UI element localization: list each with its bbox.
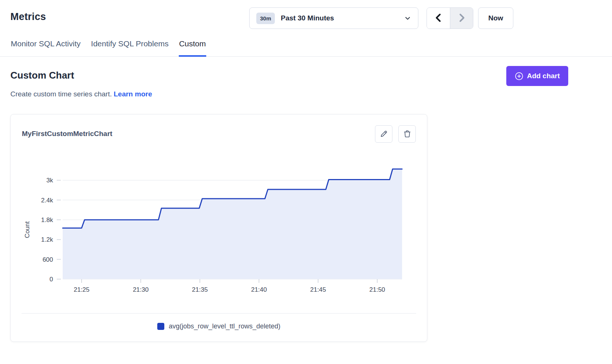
edit-chart-button[interactable] [375,125,392,143]
section-title: Custom Chart [10,70,74,81]
custom-chart-card: MyFirstCustomMetricChart 06001.2k1.8k2.4… [10,114,427,342]
x-tick-label: 21:40 [251,286,267,293]
now-button[interactable]: Now [478,7,513,29]
tab-identify-sql-problems[interactable]: Identify SQL Problems [91,37,169,57]
chevron-down-icon [404,14,411,22]
y-tick-label: 3k [46,177,53,184]
chart-title: MyFirstCustomMetricChart [22,130,112,138]
x-tick-label: 21:45 [310,286,326,293]
tab-bar: Monitor SQL Activity Identify SQL Proble… [0,37,612,57]
time-back-button[interactable] [427,8,450,29]
time-range-label: Past 30 Minutes [281,14,404,22]
tab-custom[interactable]: Custom [179,37,206,57]
learn-more-link[interactable]: Learn more [113,90,152,98]
y-tick-label: 1.8k [41,216,53,224]
y-tick-label: 2.4k [41,197,53,204]
legend-item[interactable]: avg(jobs_row_level_ttl_rows_deleted) [11,314,427,341]
chevron-right-icon [457,12,467,24]
x-tick-label: 21:30 [133,286,149,293]
chevron-left-icon [434,12,443,24]
time-range-badge: 30m [256,13,275,24]
y-axis-label: Count [24,221,31,238]
x-tick-label: 21:50 [369,286,385,293]
x-tick-label: 21:25 [74,286,90,293]
trash-icon [403,130,411,138]
time-controls: 30m Past 30 Minutes Now [249,7,513,29]
metrics-page: Metrics 30m Past 30 Minutes Now [0,0,612,364]
y-tick-label: 600 [43,256,53,263]
delete-chart-button[interactable] [398,125,416,143]
add-chart-button[interactable]: Add chart [506,66,568,86]
section-subtitle: Create custom time series chart.Learn mo… [10,90,152,98]
time-forward-button[interactable] [450,8,473,29]
y-tick-label: 1.2k [41,236,53,243]
x-tick-label: 21:35 [192,286,208,293]
plus-circle-icon [515,72,523,80]
time-arrow-group [427,7,473,29]
series-area-fill [63,169,402,279]
legend-swatch [157,323,164,330]
legend-label: avg(jobs_row_level_ttl_rows_deleted) [169,322,280,330]
chart-plot-area[interactable]: 06001.2k1.8k2.4k3k21:2521:3021:3521:4021… [11,146,427,294]
tab-monitor-sql-activity[interactable]: Monitor SQL Activity [10,37,81,57]
subtitle-text: Create custom time series chart. [10,90,112,98]
time-range-dropdown[interactable]: 30m Past 30 Minutes [249,7,418,29]
page-title: Metrics [10,11,46,23]
add-chart-label: Add chart [527,72,560,80]
y-tick-label: 0 [50,276,53,283]
pencil-icon [380,130,388,138]
